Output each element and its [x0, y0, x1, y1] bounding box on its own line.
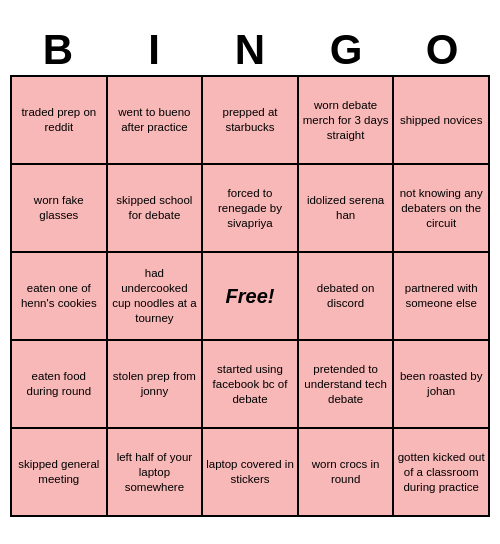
bingo-header: BINGO [10, 27, 490, 73]
bingo-letter-o: O [397, 27, 487, 73]
bingo-letter-g: G [301, 27, 391, 73]
bingo-cell-4: shipped novices [394, 77, 490, 165]
bingo-cell-17: started using facebook bc of debate [203, 341, 299, 429]
bingo-cell-11: had undercooked cup noodles at a tourney [108, 253, 204, 341]
bingo-cell-20: skipped general meeting [12, 429, 108, 517]
bingo-cell-9: not knowing any debaters on the circuit [394, 165, 490, 253]
bingo-cell-3: worn debate merch for 3 days straight [299, 77, 395, 165]
bingo-cell-22: laptop covered in stickers [203, 429, 299, 517]
bingo-cell-19: been roasted by johan [394, 341, 490, 429]
bingo-letter-i: I [109, 27, 199, 73]
bingo-cell-13: debated on discord [299, 253, 395, 341]
bingo-cell-7: forced to renegade by sivapriya [203, 165, 299, 253]
bingo-letter-b: B [13, 27, 103, 73]
bingo-cell-10: eaten one of henn's cookies [12, 253, 108, 341]
bingo-card: BINGO traded prep on redditwent to bueno… [5, 22, 495, 522]
bingo-cell-21: left half of your laptop somewhere [108, 429, 204, 517]
bingo-letter-n: N [205, 27, 295, 73]
bingo-cell-0: traded prep on reddit [12, 77, 108, 165]
bingo-cell-2: prepped at starbucks [203, 77, 299, 165]
bingo-cell-12: Free! [203, 253, 299, 341]
bingo-cell-15: eaten food during round [12, 341, 108, 429]
bingo-cell-24: gotten kicked out of a classroom during … [394, 429, 490, 517]
bingo-cell-16: stolen prep from jonny [108, 341, 204, 429]
bingo-cell-1: went to bueno after practice [108, 77, 204, 165]
bingo-cell-8: idolized serena han [299, 165, 395, 253]
bingo-grid: traded prep on redditwent to bueno after… [10, 75, 490, 517]
bingo-cell-5: worn fake glasses [12, 165, 108, 253]
bingo-cell-18: pretended to understand tech debate [299, 341, 395, 429]
bingo-cell-6: skipped school for debate [108, 165, 204, 253]
bingo-cell-23: worn crocs in round [299, 429, 395, 517]
bingo-cell-14: partnered with someone else [394, 253, 490, 341]
